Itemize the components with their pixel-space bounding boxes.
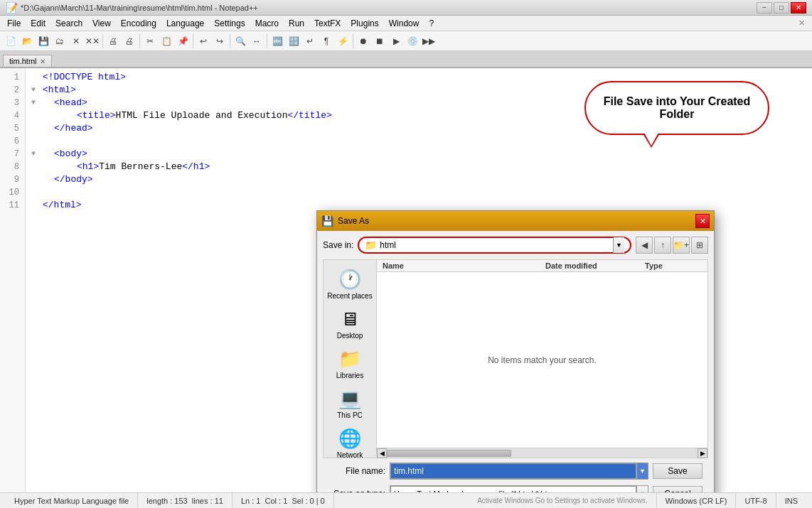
filetype-select[interactable]: Hyper Text Markup Language file (*.html;… bbox=[390, 486, 636, 492]
nav-this-pc[interactable]: 💻 This PC bbox=[326, 385, 374, 422]
filename-dropdown-arrow[interactable]: ▼ bbox=[636, 463, 648, 479]
empty-message: No items match your search. bbox=[488, 355, 597, 365]
scroll-track[interactable] bbox=[387, 449, 698, 458]
menu-run[interactable]: Run bbox=[284, 17, 309, 30]
menu-edit[interactable]: Edit bbox=[26, 17, 50, 30]
toolbar-sep-6 bbox=[353, 34, 353, 48]
folder-icon: 📁 bbox=[365, 239, 377, 251]
save-button[interactable]: Save bbox=[653, 463, 703, 479]
desktop-label: Desktop bbox=[337, 332, 363, 340]
status-encoding: UTF-8 bbox=[736, 493, 776, 508]
status-ins: INS bbox=[776, 493, 806, 508]
toolbar-sep-3 bbox=[193, 34, 193, 48]
nav-desktop[interactable]: 🖥 Desktop bbox=[326, 306, 374, 342]
save-in-combo[interactable]: 📁 html ▼ bbox=[358, 237, 631, 254]
menu-textfx[interactable]: TextFX bbox=[310, 17, 345, 30]
filetype-dropdown-arrow[interactable]: ▼ bbox=[636, 486, 648, 492]
titlebar: 📝 *D:\Gajann\March\11-Mar\training\resum… bbox=[0, 0, 812, 16]
menu-x-button[interactable]: ✕ bbox=[794, 17, 809, 29]
bubble-text: File Save into Your Created Folder bbox=[584, 81, 769, 135]
toolbar-close[interactable]: ✕ bbox=[68, 33, 84, 49]
file-list-empty: No items match your search. bbox=[377, 272, 707, 448]
menu-language[interactable]: Language bbox=[162, 17, 208, 30]
cancel-button[interactable]: Cancel bbox=[653, 486, 703, 492]
toolbar-undo[interactable]: ↩ bbox=[196, 33, 211, 49]
header-date[interactable]: Date modified bbox=[545, 261, 645, 270]
toolbar-macro-save[interactable]: 💿 bbox=[405, 33, 420, 49]
dialog-body: Save in: 📁 html ▼ ◀ ↑ 📁+ ⊞ 🕐 bbox=[317, 231, 714, 492]
toolbar-cut[interactable]: ✂ bbox=[142, 33, 158, 49]
menu-help[interactable]: ? bbox=[424, 17, 438, 30]
toolbar-print[interactable]: 🖨 bbox=[105, 33, 121, 49]
toolbar-replace[interactable]: ↔ bbox=[249, 33, 265, 49]
toolbar-find[interactable]: 🔍 bbox=[233, 33, 248, 49]
annotation-bubble: File Save into Your Created Folder bbox=[584, 81, 769, 135]
toolbar-macro-stop[interactable]: ⏹ bbox=[372, 33, 388, 49]
toolbar-macro-play[interactable]: ▶ bbox=[388, 33, 404, 49]
toolbar-paste[interactable]: 📌 bbox=[175, 33, 191, 49]
line-numbers: 1 2 3 4 5 6 7 8 9 10 11 bbox=[0, 68, 26, 492]
scroll-thumb[interactable] bbox=[387, 450, 511, 457]
tab-tim-html[interactable]: tim.html ✕ bbox=[3, 55, 52, 67]
scroll-left-arrow[interactable]: ◀ bbox=[377, 448, 387, 458]
toolbar-sep-2 bbox=[139, 34, 140, 48]
menu-search[interactable]: Search bbox=[51, 17, 87, 30]
toolbar-sep-5 bbox=[267, 34, 267, 48]
save-in-dropdown-arrow[interactable]: ▼ bbox=[613, 237, 624, 253]
toolbar-sync-scroll[interactable]: ⚡ bbox=[335, 33, 351, 49]
toolbar-redo[interactable]: ↪ bbox=[212, 33, 228, 49]
toolbar-new[interactable]: 📄 bbox=[3, 33, 18, 49]
menu-plugins[interactable]: Plugins bbox=[346, 17, 383, 30]
scroll-right-arrow[interactable]: ▶ bbox=[698, 448, 707, 458]
header-type[interactable]: Type bbox=[645, 261, 702, 270]
status-activate: Activate Windows Go to Settings to activ… bbox=[469, 493, 657, 508]
toolbar-wordwrap[interactable]: ↵ bbox=[302, 33, 318, 49]
toolbar-zoom-out[interactable]: 🔡 bbox=[286, 33, 301, 49]
close-button[interactable]: ✕ bbox=[791, 2, 806, 13]
save-in-label: Save in: bbox=[323, 240, 353, 250]
dialog-titlebar[interactable]: 💾 Save As ✕ bbox=[317, 211, 714, 231]
libraries-label: Libraries bbox=[336, 372, 363, 379]
maximize-button[interactable]: □ bbox=[774, 2, 789, 13]
menu-window[interactable]: Window bbox=[385, 17, 424, 30]
toolbar-copy[interactable]: 📋 bbox=[159, 33, 174, 49]
nav-libraries[interactable]: 📁 Libraries bbox=[326, 345, 374, 382]
nav-recent-places[interactable]: 🕐 Recent places bbox=[326, 266, 374, 303]
toolbar-macro-rec[interactable]: ⏺ bbox=[356, 33, 371, 49]
menu-view[interactable]: View bbox=[88, 17, 115, 30]
minimize-button[interactable]: − bbox=[757, 2, 772, 13]
toolbar-zoom-in[interactable]: 🔤 bbox=[269, 33, 285, 49]
header-name[interactable]: Name bbox=[383, 261, 545, 270]
toolbar-close-all[interactable]: ✕✕ bbox=[85, 33, 100, 49]
toolbar-sep-1 bbox=[102, 34, 103, 48]
toolbar-sep-4 bbox=[230, 34, 230, 48]
dialog-title-text: Save As bbox=[338, 216, 369, 226]
menu-settings[interactable]: Settings bbox=[210, 17, 249, 30]
tab-close-button[interactable]: ✕ bbox=[40, 58, 46, 65]
editor-area: 1 2 3 4 5 6 7 8 9 10 11 <!DOCTYPE html> … bbox=[0, 68, 812, 492]
toolbar-save-all[interactable]: 🗂 bbox=[52, 33, 68, 49]
window-title: *D:\Gajann\March\11-Mar\training\resume\… bbox=[21, 4, 258, 12]
dialog-close-button[interactable]: ✕ bbox=[695, 214, 710, 228]
filetype-combo-container: Hyper Text Markup Language file (*.html;… bbox=[390, 485, 648, 492]
nav-up-button[interactable]: ↑ bbox=[654, 237, 671, 254]
filetype-row: Save as type: Hyper Text Markup Language… bbox=[323, 482, 708, 492]
toolbar-print2[interactable]: 🖨 bbox=[122, 33, 137, 49]
dialog-content-area: 🕐 Recent places 🖥 Desktop 📁 Libraries 💻 … bbox=[323, 259, 708, 458]
filename-input[interactable]: tim.html bbox=[390, 463, 636, 479]
nav-network[interactable]: 🌐 Network bbox=[326, 425, 374, 462]
toolbar-save[interactable]: 💾 bbox=[36, 33, 51, 49]
toolbar-open[interactable]: 📂 bbox=[19, 33, 35, 49]
status-line-endings: Windows (CR LF) bbox=[657, 493, 737, 508]
nav-back-button[interactable]: ◀ bbox=[636, 237, 653, 254]
menu-file[interactable]: File bbox=[3, 17, 25, 30]
nav-new-folder-button[interactable]: 📁+ bbox=[673, 237, 690, 254]
dialog-left-nav: 🕐 Recent places 🖥 Desktop 📁 Libraries 💻 … bbox=[323, 259, 376, 458]
menu-macro[interactable]: Macro bbox=[251, 17, 283, 30]
toolbar-run[interactable]: ▶▶ bbox=[421, 33, 437, 49]
tab-label: tim.html bbox=[9, 57, 37, 65]
toolbar-all-chars[interactable]: ¶ bbox=[319, 33, 334, 49]
menu-encoding[interactable]: Encoding bbox=[117, 17, 161, 30]
nav-view-button[interactable]: ⊞ bbox=[691, 237, 708, 254]
horizontal-scrollbar[interactable]: ◀ ▶ bbox=[377, 448, 707, 458]
